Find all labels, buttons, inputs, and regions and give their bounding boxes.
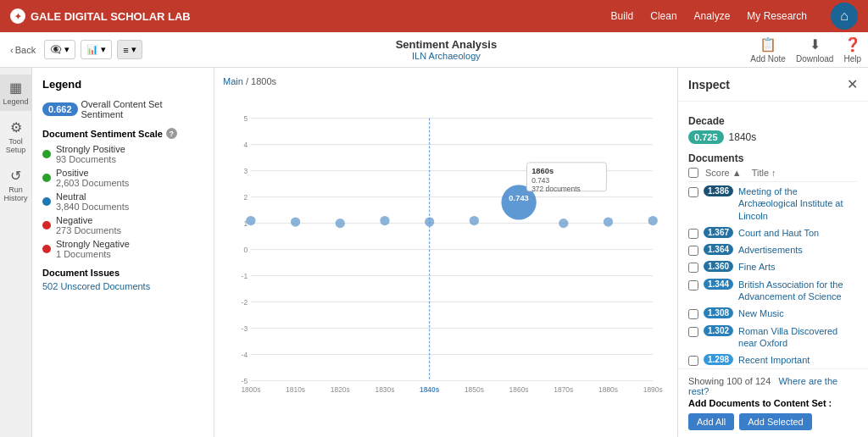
- tool-list-button[interactable]: ≡ ▾: [117, 40, 142, 59]
- legend-item-count-0: 93 Documents: [56, 154, 125, 164]
- svg-text:1860s: 1860s: [509, 385, 529, 394]
- toolbar-title: Sentiment Analysis: [147, 38, 746, 51]
- add-docs-buttons: Add All Add Selected: [688, 413, 858, 430]
- home-button[interactable]: ⌂: [831, 3, 858, 30]
- svg-text:0: 0: [243, 246, 248, 254]
- doc-issues-link[interactable]: 502 Unscored Documents: [42, 281, 203, 291]
- svg-point-33: [246, 216, 255, 225]
- doc-checkbox-7[interactable]: [688, 356, 698, 366]
- doc-score-6: 1.302: [704, 325, 733, 336]
- sentiment-chart[interactable]: -5-4-3-2-10123451800s1810s1820s1830s1840…: [223, 91, 669, 423]
- legend-dot-2: [42, 197, 51, 206]
- nav-build[interactable]: Build: [611, 10, 634, 22]
- main-layout: ▦ Legend ⚙ Tool Setup ↺ Run History Lege…: [0, 68, 868, 437]
- scale-title-text: Document Sentiment Scale: [42, 129, 163, 139]
- sidebar-legend-button[interactable]: ▦ Legend: [0, 75, 31, 111]
- chart-dropdown-icon: ▾: [101, 44, 106, 55]
- svg-text:-3: -3: [242, 324, 248, 333]
- doc-title-0[interactable]: Meeting of the Archæological Institute a…: [738, 185, 858, 222]
- download-action[interactable]: ⬇ Download: [796, 36, 833, 64]
- doc-checkbox-3[interactable]: [688, 263, 698, 273]
- showing-count: Showing 100 of 124 Where are the rest?: [688, 376, 858, 396]
- doc-row-6: 1.302 Roman Villa Discovered near Oxford: [688, 325, 858, 350]
- download-icon: ⬇: [810, 36, 821, 53]
- scale-title: Document Sentiment Scale ?: [42, 128, 203, 139]
- help-label: Help: [843, 54, 861, 64]
- legend-title: Legend: [42, 78, 203, 91]
- toolbar-right: 📋 Add Note ⬇ Download ❓ Help: [750, 36, 861, 64]
- doc-checkbox-5[interactable]: [688, 309, 698, 319]
- inspect-close-button[interactable]: ✕: [847, 76, 858, 92]
- sidebar-toolsetup-label: Tool Setup: [3, 137, 28, 154]
- doc-checkbox-2[interactable]: [688, 246, 698, 256]
- list-dropdown-icon: ▾: [131, 44, 136, 55]
- svg-point-47: [648, 216, 658, 225]
- toolbar-center: Sentiment Analysis ILN Archaeology: [147, 38, 746, 61]
- svg-text:1880s: 1880s: [598, 385, 618, 394]
- legend-dot-1: [42, 174, 51, 182]
- svg-text:-2: -2: [242, 298, 248, 307]
- legend-item-count-1: 2,603 Documents: [56, 178, 129, 188]
- legend-item-4: Strongly Negative 1 Documents: [42, 239, 203, 259]
- title-column-header: Title ↑: [752, 168, 776, 178]
- help-icon: ❓: [844, 36, 861, 53]
- decade-score-badge: 0.725: [688, 130, 724, 144]
- select-all-checkbox[interactable]: [688, 168, 698, 178]
- legend-item-count-4: 1 Documents: [56, 249, 130, 259]
- nav-my-research[interactable]: My Research: [747, 10, 807, 22]
- tool-eye-button[interactable]: 👁‍🗨 ▾: [44, 40, 75, 59]
- nav-clean[interactable]: Clean: [650, 10, 676, 22]
- doc-title-5[interactable]: New Music: [738, 307, 784, 319]
- doc-checkbox-1[interactable]: [688, 229, 698, 239]
- doc-checkbox-4[interactable]: [688, 280, 698, 290]
- add-all-button[interactable]: Add All: [688, 413, 734, 430]
- legend-dot-3: [42, 221, 51, 230]
- chart-container: -5-4-3-2-10123451800s1810s1820s1830s1840…: [223, 91, 669, 423]
- doc-score-2: 1.364: [704, 244, 733, 255]
- svg-text:1820s: 1820s: [331, 385, 350, 394]
- doc-title-3[interactable]: Fine Arts: [738, 261, 775, 273]
- breadcrumb-main[interactable]: Main: [223, 76, 243, 86]
- svg-text:1840s: 1840s: [420, 385, 440, 394]
- back-arrow-icon: ‹: [10, 45, 14, 55]
- doc-title-2[interactable]: Advertisements: [738, 244, 803, 256]
- add-selected-button[interactable]: Add Selected: [739, 413, 811, 430]
- doc-title-6[interactable]: Roman Villa Discovered near Oxford: [738, 325, 858, 350]
- legend-item-0: Strongly Positive 93 Documents: [42, 144, 203, 164]
- doc-title-1[interactable]: Court and Haut Ton: [738, 227, 819, 239]
- inspect-header: Inspect ✕: [678, 68, 868, 102]
- help-action[interactable]: ❓ Help: [843, 36, 861, 64]
- help-circle-icon[interactable]: ?: [166, 128, 177, 139]
- inspect-body: Decade 0.725 1840s Documents Score ▲ Tit…: [678, 102, 868, 368]
- legend-panel: Legend 0.662 Overall Content Set Sentime…: [32, 68, 214, 437]
- list-icon: ≡: [123, 45, 128, 55]
- nav-analyze[interactable]: Analyze: [694, 10, 731, 22]
- overall-label: Overall Content Set Sentiment: [81, 99, 203, 119]
- add-note-action[interactable]: 📋 Add Note: [750, 36, 786, 64]
- doc-issues-title: Document Issues: [42, 268, 203, 278]
- sidebar-toolsetup-button[interactable]: ⚙ Tool Setup: [0, 114, 31, 159]
- back-button[interactable]: ‹ Back: [7, 41, 39, 58]
- legend-icon: ▦: [9, 80, 22, 96]
- header-nav: Build Clean Analyze My Research ⌂: [611, 3, 858, 30]
- doc-title-4[interactable]: British Association for the Advancement …: [738, 279, 858, 303]
- score-column-header: Score ▲: [705, 168, 742, 178]
- sidebar-history-button[interactable]: ↺ Run History: [0, 163, 31, 207]
- doc-row-1: 1.367 Court and Haut Ton: [688, 227, 858, 239]
- doc-checkbox-0[interactable]: [688, 187, 698, 197]
- toolbar-subtitle[interactable]: ILN Archaeology: [147, 51, 746, 61]
- svg-text:4: 4: [243, 141, 248, 149]
- doc-row-7: 1.298 Recent Important Excavations at Po…: [688, 354, 858, 368]
- svg-text:1830s: 1830s: [375, 385, 394, 394]
- documents-label: Documents: [688, 152, 858, 164]
- svg-text:1860s: 1860s: [531, 166, 554, 175]
- showing-text-static: Showing 100 of 124: [688, 376, 771, 386]
- doc-checkbox-6[interactable]: [688, 327, 698, 337]
- doc-row-5: 1.308 New Music: [688, 307, 858, 319]
- svg-text:3: 3: [243, 167, 248, 175]
- tool-chart-button[interactable]: 📊 ▾: [81, 40, 112, 59]
- doc-score-7: 1.298: [704, 354, 733, 365]
- download-label: Download: [796, 54, 833, 64]
- svg-text:372 documents: 372 documents: [531, 185, 581, 193]
- doc-title-7[interactable]: Recent Important Excavations at Pompeii: [738, 354, 858, 368]
